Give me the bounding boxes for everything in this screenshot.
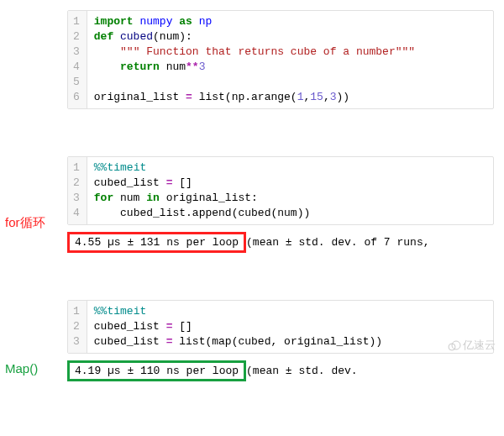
for-output-rest: (mean ± std. dev. of 7 runs, xyxy=(246,236,429,249)
svg-point-1 xyxy=(452,341,460,349)
line-gutter: 1 2 3 4 5 6 xyxy=(68,11,87,108)
cloud-icon xyxy=(448,339,461,352)
map-timing-highlight: 4.19 µs ± 110 ns per loop xyxy=(67,360,246,381)
watermark: 亿速云 xyxy=(448,338,496,353)
code-content: import numpy as np def cubed(num): """ F… xyxy=(87,11,422,108)
code-block-map: 1 2 3 %%timeit cubed_list = [] cubed_lis… xyxy=(67,300,494,354)
for-loop-label: for循环 xyxy=(5,215,45,231)
for-timing-highlight: 4.55 µs ± 131 ns per loop xyxy=(67,232,246,253)
line-gutter: 1 2 3 4 xyxy=(68,157,87,224)
line-gutter: 1 2 3 xyxy=(68,301,87,353)
for-output-line: 4.55 µs ± 131 ns per loop (mean ± std. d… xyxy=(67,232,494,253)
code-block-for: 1 2 3 4 %%timeit cubed_list = [] for num… xyxy=(67,156,494,225)
map-label: Map() xyxy=(5,361,38,376)
map-output-line: 4.19 µs ± 110 ns per loop (mean ± std. d… xyxy=(67,360,494,381)
map-output-rest: (mean ± std. dev. xyxy=(246,365,358,377)
code-content: %%timeit cubed_list = [] cubed_list = li… xyxy=(87,301,389,353)
code-content: %%timeit cubed_list = [] for num in orig… xyxy=(87,157,317,224)
code-block-setup: 1 2 3 4 5 6 import numpy as np def cubed… xyxy=(67,10,494,109)
